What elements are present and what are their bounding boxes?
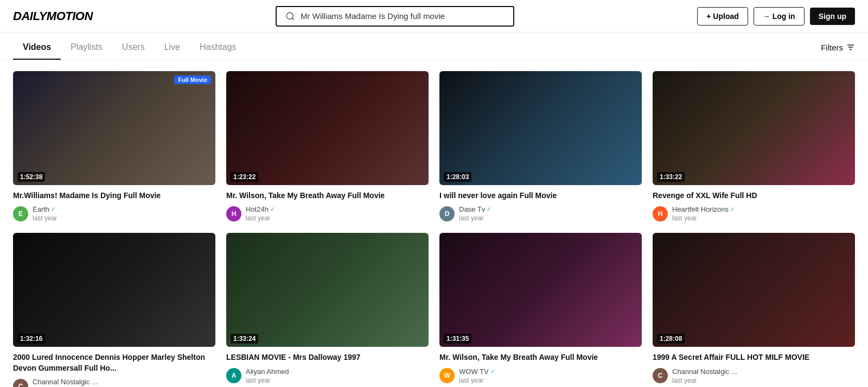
duration-badge: 1:28:03 [444, 172, 471, 182]
video-card-3[interactable]: 1:28:03 I will never love again Full Mov… [439, 71, 642, 222]
video-meta: last year [459, 214, 492, 222]
channel-avatar: C [13, 379, 28, 387]
full-movie-badge: Full Movie [174, 75, 211, 84]
tab-live[interactable]: Live [155, 35, 190, 60]
signup-button[interactable]: Sign up [810, 8, 855, 25]
channel-name[interactable]: WOW TV ✓ [459, 367, 495, 376]
channel-row: H Heartfelt Horizons ✓ last year [653, 205, 855, 222]
thumbnail-1: Full Movie 1:52:38 [13, 71, 215, 185]
filters-icon [846, 43, 855, 52]
tab-users[interactable]: Users [112, 35, 155, 60]
video-grid: Full Movie 1:52:38 Mr.Williams! Madame I… [0, 60, 868, 387]
channel-name[interactable]: Hot24h ✓ [246, 205, 275, 213]
channel-info: Channal Nostalgic ... 2 years ago [33, 378, 98, 387]
channel-avatar: D [439, 206, 455, 221]
channel-row: A Aliyan Ahmed last year [226, 367, 429, 384]
channel-avatar: H [226, 206, 241, 221]
thumb-placeholder [439, 233, 642, 347]
thumbnail-2: 1:23:22 [226, 71, 429, 185]
video-card-8[interactable]: 1:28:08 1999 A Secret Affair FULL HOT MI… [653, 233, 855, 387]
video-meta: last year [459, 377, 495, 384]
search-bar [276, 6, 514, 27]
thumb-placeholder [439, 71, 642, 185]
video-card-6[interactable]: 1:33:24 LESBIAN MOVIE - Mrs Dalloway 199… [226, 233, 429, 387]
video-card-7[interactable]: 1:31:35 Mr. Wilson, Take My Breath Away … [439, 233, 642, 387]
video-meta: last year [672, 214, 735, 222]
video-card-4[interactable]: 1:33:22 Revenge of XXL Wife Full HD H He… [653, 71, 855, 222]
video-title: Mr. Wilson, Take My Breath Away Full Mov… [226, 191, 429, 201]
channel-row: H Hot24h ✓ last year [226, 205, 429, 222]
video-title: Revenge of XXL Wife Full HD [653, 191, 855, 201]
channel-name[interactable]: Aliyan Ahmed [246, 367, 289, 376]
video-title: 2000 Lured Innocence Dennis Hopper Marle… [13, 352, 215, 373]
tabs-list: Videos Playlists Users Live Hashtags [13, 35, 246, 60]
video-title: I will never love again Full Movie [439, 191, 642, 201]
channel-avatar: C [653, 368, 668, 383]
video-meta: last year [33, 214, 57, 222]
upload-button[interactable]: + Upload [697, 7, 748, 26]
video-meta: last year [246, 214, 275, 222]
channel-name[interactable]: Heartfelt Horizons ✓ [672, 205, 735, 213]
thumb-placeholder [653, 71, 855, 185]
video-title: LESBIAN MOVIE - Mrs Dalloway 1997 [226, 352, 429, 363]
channel-info: Dase Tv ✓ last year [459, 205, 492, 222]
filters-label: Filters [821, 43, 843, 52]
channel-name[interactable]: Earth ✓ [33, 205, 57, 213]
verified-icon: ✓ [490, 368, 495, 375]
video-title: Mr. Wilson, Take My Breath Away Full Mov… [439, 352, 642, 363]
duration-badge: 1:52:38 [17, 172, 45, 182]
channel-row: W WOW TV ✓ last year [439, 367, 642, 384]
thumbnail-8: 1:28:08 [653, 233, 855, 347]
tab-hashtags[interactable]: Hashtags [190, 35, 246, 60]
nav-tabs: Videos Playlists Users Live Hashtags Fil… [0, 35, 868, 60]
channel-row: C Channal Nostalgic ... last year [653, 367, 855, 384]
channel-info: WOW TV ✓ last year [459, 367, 495, 384]
channel-avatar: E [13, 206, 28, 221]
channel-info: Earth ✓ last year [33, 205, 57, 222]
svg-point-0 [286, 12, 293, 19]
verified-icon: ✓ [487, 206, 492, 213]
thumbnail-5: 1:32:16 [13, 233, 215, 347]
video-grid-container: Full Movie 1:52:38 Mr.Williams! Madame I… [0, 60, 868, 387]
verified-icon: ✓ [730, 206, 735, 213]
channel-info: Hot24h ✓ last year [246, 205, 275, 222]
search-input[interactable] [301, 11, 505, 21]
channel-name[interactable]: Dase Tv ✓ [459, 205, 492, 213]
thumb-placeholder [653, 233, 855, 347]
thumbnail-4: 1:33:22 [653, 71, 855, 185]
tab-videos[interactable]: Videos [13, 35, 61, 60]
tab-playlists[interactable]: Playlists [61, 35, 112, 60]
thumbnail-7: 1:31:35 [439, 233, 642, 347]
channel-row: D Dase Tv ✓ last year [439, 205, 642, 222]
duration-badge: 1:33:22 [657, 172, 685, 182]
duration-badge: 1:32:16 [17, 334, 45, 344]
header-actions: + Upload → Log in Sign up [697, 7, 855, 26]
channel-info: Aliyan Ahmed last year [246, 367, 289, 384]
login-button[interactable]: → Log in [754, 7, 805, 26]
channel-row: E Earth ✓ last year [13, 205, 215, 222]
channel-avatar: W [439, 368, 455, 383]
video-card-2[interactable]: 1:23:22 Mr. Wilson, Take My Breath Away … [226, 71, 429, 222]
channel-info: Heartfelt Horizons ✓ last year [672, 205, 735, 222]
search-icon [285, 11, 295, 21]
duration-badge: 1:33:24 [231, 334, 258, 344]
verified-icon: ✓ [51, 206, 56, 213]
svg-line-1 [292, 18, 294, 20]
video-card-5[interactable]: 1:32:16 2000 Lured Innocence Dennis Hopp… [13, 233, 215, 387]
channel-name[interactable]: Channal Nostalgic ... [672, 367, 737, 376]
video-meta: last year [672, 377, 737, 384]
duration-badge: 1:31:35 [444, 334, 471, 344]
duration-badge: 1:23:22 [231, 172, 258, 182]
channel-info: Channal Nostalgic ... last year [672, 367, 737, 384]
video-card-1[interactable]: Full Movie 1:52:38 Mr.Williams! Madame I… [13, 71, 215, 222]
channel-name[interactable]: Channal Nostalgic ... [33, 378, 98, 386]
logo[interactable]: DAILYMOTION [13, 9, 93, 23]
thumb-placeholder [13, 233, 215, 347]
thumb-placeholder [226, 233, 429, 347]
video-meta: last year [246, 377, 289, 384]
duration-badge: 1:28:08 [657, 334, 685, 344]
filters-button[interactable]: Filters [821, 43, 855, 52]
thumbnail-6: 1:33:24 [226, 233, 429, 347]
channel-avatar: H [653, 206, 668, 221]
thumb-placeholder [13, 71, 215, 185]
